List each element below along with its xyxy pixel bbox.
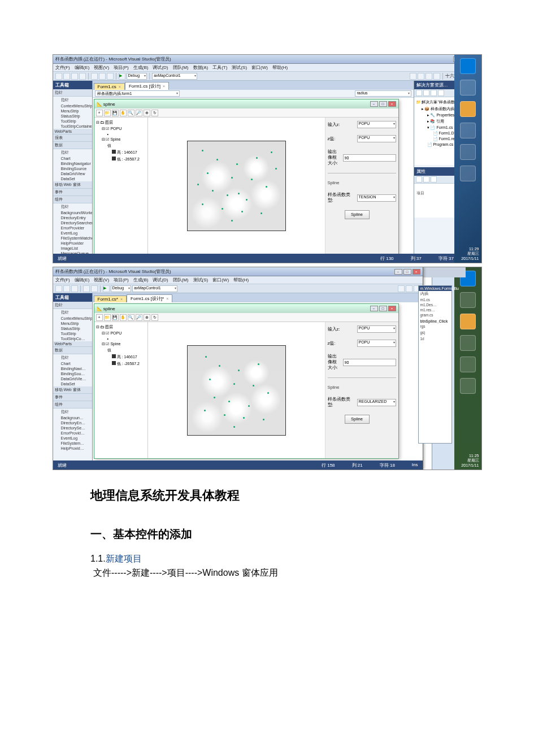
toolbox-item[interactable]: DataGridVie… [53,376,92,381]
toolbox-item[interactable]: DataSet [53,381,92,386]
toolbar-button[interactable] [406,285,413,292]
menu-team[interactable]: 团队(M) [173,277,189,283]
properties-button[interactable] [416,176,422,183]
tab-form1-design[interactable]: Form1.cs [设计]× [125,82,169,90]
toolbox-item[interactable]: BindingNavi… [53,366,92,371]
menu-debug[interactable]: 调试(D) [153,277,168,283]
toolbar-button[interactable] [79,73,86,80]
spline-run-button[interactable]: Spline [345,415,370,424]
toolbox-group[interactable]: 指针 [53,302,92,309]
toolbar-button[interactable] [71,285,78,292]
desktop-icon[interactable] [460,58,476,74]
zoom-in-button[interactable]: 🔍 [128,314,134,321]
toolbox-item[interactable]: ContextMenuStrip [53,103,92,108]
tab-form1-cs[interactable]: Form1.cs*× [94,296,127,302]
toolbox-item[interactable]: DirectorySearcher [53,220,92,225]
toolbox-group[interactable]: 移动 Web 窗体 [53,386,92,394]
close-button[interactable]: × [413,269,420,275]
toolbox-item[interactable]: Chart [53,156,92,161]
toolbox-item[interactable]: StatusStrip [53,114,92,119]
toolbox-item[interactable]: ContextMenuStrip [53,316,92,321]
toolbox-item[interactable]: 指针 [53,354,92,361]
toolbar-button[interactable] [63,73,70,80]
desktop-icon[interactable] [460,314,476,329]
toolbox-item[interactable]: Chart [53,361,92,366]
menu-project[interactable]: 项目(P) [114,64,129,71]
toolbox-item[interactable]: DataGridView [53,171,92,176]
menu-help[interactable]: 帮助(H) [233,277,249,283]
maximize-button[interactable]: □ [379,101,387,107]
toolbox-item[interactable]: BindingSou… [53,371,92,376]
desktop-icon[interactable] [460,123,476,138]
minimize-button[interactable]: – [370,306,378,311]
toc-layer-popu[interactable]: ⊟ ☑ POPU [96,126,146,132]
toolbox-item[interactable]: MenuStrip [53,108,92,114]
toolbox-group[interactable]: 组件 [53,196,92,203]
toolbar-button[interactable] [55,73,62,80]
desktop-icon[interactable] [460,80,476,95]
menu-file[interactable]: 文件(F) [55,64,70,71]
target-selector[interactable]: axMapControl1 [152,73,197,80]
zoom-out-button[interactable]: 🔎 [136,314,142,321]
toolbox-group[interactable]: 数据 [53,347,92,354]
toolbox-group[interactable]: 事件 [53,189,92,196]
menu-tools[interactable]: 工具(T) [212,64,227,71]
toc-layer-spine[interactable]: ⊟ ☑ Spine [96,341,146,347]
close-icon[interactable]: × [119,85,121,89]
cellsize-input[interactable] [343,359,396,366]
toolbox-item[interactable]: StatusStrip [53,326,92,331]
menu-build[interactable]: 生成(B) [133,64,149,71]
close-icon[interactable]: × [166,297,168,301]
toolbox-item[interactable]: FileSystem… [53,441,92,446]
toolbox-item[interactable]: DirectorySe… [53,425,92,431]
close-icon[interactable]: × [163,84,165,88]
toolbox-item[interactable]: ErrorProvider [53,225,92,231]
toolbox-item[interactable]: HelpProvider [53,241,92,246]
toolbox-item[interactable]: ToolStripCo… [53,336,92,341]
full-extent-button[interactable]: ⊕ [144,110,150,116]
solution-button[interactable] [416,90,422,96]
toolbar-button[interactable] [63,285,70,292]
toolbox-item[interactable]: ToolStrip [53,331,92,336]
map-view[interactable] [148,322,325,458]
toc-layer-popu[interactable]: ⊟ ☑ POPU [96,331,146,336]
save-button[interactable]: 💾 [112,110,119,116]
menu-view[interactable]: 视图(V) [94,277,109,283]
cellsize-input[interactable] [343,154,396,162]
toolbox-item[interactable]: BindingSource [53,166,92,171]
menu-window[interactable]: 窗口(W) [212,277,229,283]
toolbar-button[interactable] [433,73,440,80]
desktop-icon[interactable] [460,166,476,181]
close-button[interactable]: × [388,306,396,311]
menu-data[interactable]: 数据(A) [193,64,209,71]
menu-edit[interactable]: 编辑(E) [75,277,90,283]
z-field-select[interactable]: POPU [357,135,396,142]
refresh-button[interactable]: ↻ [151,110,158,116]
menu-test[interactable]: 测试(S) [193,277,209,283]
zoom-in-button[interactable]: 🔍 [128,110,134,116]
input-z-select[interactable]: POPU [357,121,396,128]
toolbar-button[interactable] [410,73,416,80]
toolbar-button[interactable] [418,73,424,80]
input-z-select[interactable]: POPU [357,325,396,333]
toolbox-group[interactable]: 移动 Web 窗体 [53,181,92,189]
toolbox-item[interactable]: 指针 [53,203,92,210]
toolbox-item[interactable]: 指针 [53,309,92,316]
toc-layer-spine[interactable]: ⊟ ☑ Spine [96,137,146,142]
toolbox-item[interactable]: 指针 [53,149,92,156]
config-selector[interactable]: Debug [111,285,132,292]
save-button[interactable]: 💾 [112,314,119,321]
toolbox-item[interactable]: BindingNavigator [53,161,92,166]
properties-button[interactable] [423,176,429,183]
toolbox-group[interactable]: WebParts [53,341,92,347]
menu-view[interactable]: 视图(V) [94,64,109,71]
menu-window[interactable]: 窗口(W) [251,64,268,71]
desktop-icon[interactable] [460,292,476,308]
toolbox-group[interactable]: 组件 [53,401,92,409]
toolbox-group[interactable]: 报表 [53,134,92,142]
toolbox-group[interactable]: 数据 [53,142,92,149]
close-button[interactable]: × [388,101,396,107]
toolbar-button[interactable] [83,285,90,292]
run-button[interactable]: ▶ [103,285,110,292]
toolbox-item[interactable]: 指针 [53,409,92,415]
